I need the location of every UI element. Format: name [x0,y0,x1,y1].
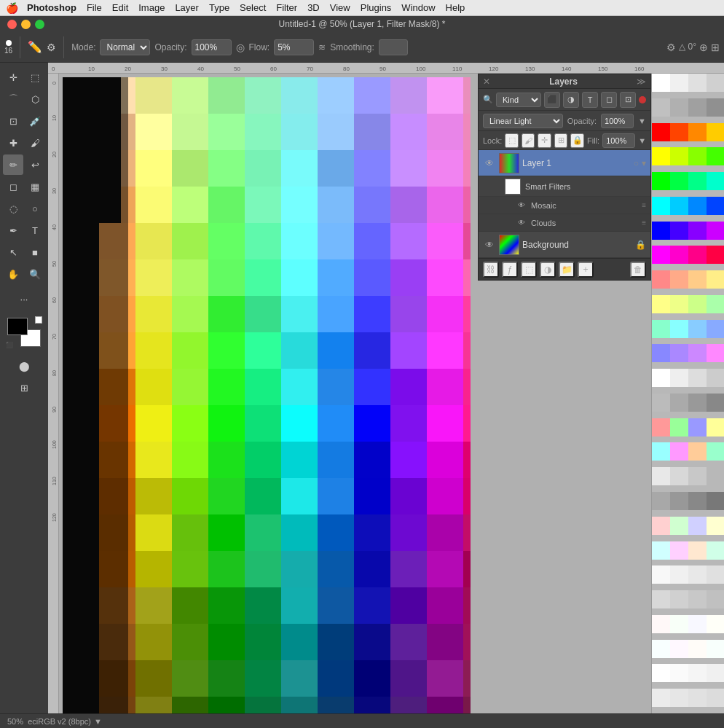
swatch-cell[interactable] [670,98,688,117]
pen-tool[interactable]: ✒ [3,220,23,240]
mode-select[interactable]: Normal [100,39,150,55]
layer-row-background[interactable]: 👁 Background 🔒 [479,232,650,258]
move-tool[interactable]: ✛ [3,67,23,87]
swatch-cell[interactable] [707,394,724,412]
swatch-cell[interactable] [688,541,707,560]
swatch-cell[interactable] [688,590,707,608]
layers-panel-close[interactable]: ✕ [483,77,490,87]
close-button[interactable] [7,20,17,29]
swatch-cell[interactable] [707,517,724,535]
swatch-cell[interactable] [670,664,688,682]
shape-tool[interactable]: ■ [25,242,45,262]
fill-value-input[interactable] [602,133,635,148]
zoom-tool[interactable]: 🔍 [25,264,45,284]
layers-panel-expand[interactable]: ≫ [637,77,646,87]
swatch-cell[interactable] [707,467,724,485]
menu-view[interactable]: View [330,2,350,13]
menu-plugins[interactable]: Plugins [361,2,392,13]
swatch-cell[interactable] [707,344,724,362]
swatch-cell[interactable] [670,295,688,313]
swatch-cell[interactable] [652,74,670,92]
main-canvas[interactable] [63,77,471,713]
create-group-button[interactable]: 📁 [559,262,575,278]
extra-icon[interactable]: ⊞ [711,42,720,53]
blur-tool[interactable]: ◌ [3,198,23,219]
filter-text-icon[interactable]: T [582,92,598,108]
maximize-button[interactable] [35,20,44,29]
swatch-cell[interactable] [652,689,670,707]
swatch-cell[interactable] [652,467,670,485]
create-adjustment-button[interactable]: ◑ [540,262,556,278]
default-colors-icon[interactable]: ⬛ [6,342,13,348]
swatch-cell[interactable] [670,123,688,141]
menu-window[interactable]: Window [401,2,435,13]
swatch-cell[interactable] [707,541,724,560]
marquee-tool[interactable]: ⬚ [25,67,45,87]
clouds-options-icon[interactable]: ≡ [642,219,646,227]
swatch-cell[interactable] [670,492,688,510]
swatch-cell[interactable] [652,418,670,437]
smoothing-input[interactable] [379,39,408,55]
swatch-cell[interactable] [670,147,688,165]
swatch-cell[interactable] [707,270,724,289]
symmetry-icon[interactable]: ⊕ [699,42,708,53]
swatch-cell[interactable] [707,492,724,510]
swatch-cell[interactable] [688,246,707,264]
swatch-cell[interactable] [670,467,688,485]
filter-adjust-icon[interactable]: ◑ [563,92,579,108]
swatch-cell[interactable] [688,172,707,190]
swatch-cell[interactable] [652,565,670,584]
menu-edit[interactable]: Edit [112,2,128,13]
brush-tool[interactable]: 🖌 [25,133,45,153]
menu-file[interactable]: File [87,2,102,13]
layer1-name[interactable]: Layer 1 [522,158,631,168]
settings-icon[interactable]: ⚙ [666,42,676,53]
delete-layer-button[interactable]: 🗑 [630,262,646,278]
swatch-cell[interactable] [707,98,724,117]
swatch-cell[interactable] [688,147,707,165]
opacity-value-input[interactable] [601,114,634,128]
swatch-cell[interactable] [707,74,724,92]
swatch-cell[interactable] [670,517,688,535]
swatch-cell[interactable] [688,418,707,437]
swatch-cell[interactable] [652,590,670,608]
swatch-cell[interactable] [652,394,670,412]
lock-artboard[interactable]: ⊞ [554,133,568,148]
swatch-cell[interactable] [652,517,670,535]
menu-image[interactable]: Image [138,2,165,13]
swatch-cell[interactable] [707,418,724,437]
quick-select-tool[interactable]: ⬡ [25,89,45,109]
filter-kind-select[interactable]: Kind [496,93,541,107]
swatch-cell[interactable] [670,344,688,362]
swatch-cell[interactable] [688,442,707,461]
flow-icon[interactable]: ≋ [318,42,326,52]
swatch-cell[interactable] [688,664,707,682]
fill-chevron[interactable]: ▼ [638,136,646,145]
swatch-cell[interactable] [688,74,707,92]
menu-photoshop[interactable]: Photoshop [27,2,76,13]
swatch-cell[interactable] [688,369,707,387]
swatch-cell[interactable] [670,270,688,289]
swatch-cell[interactable] [688,222,707,240]
history-brush-tool[interactable]: ↩ [25,154,45,175]
apple-menu[interactable]: 🍎 [6,2,18,14]
minimize-button[interactable] [21,20,31,29]
swatch-cell[interactable] [707,246,724,264]
swatch-cell[interactable] [652,197,670,215]
status-chevron[interactable]: ▼ [94,717,102,726]
swatch-cell[interactable] [688,492,707,510]
filter-smart-icon[interactable]: ⊡ [620,92,636,108]
swatch-cell[interactable] [670,74,688,92]
blend-mode-select[interactable]: Linear Light [483,114,563,128]
swatch-cell[interactable] [688,689,707,707]
filter-pixel-icon[interactable]: ⬛ [544,92,560,108]
lock-all[interactable]: 🔒 [570,133,584,148]
swatch-cell[interactable] [652,123,670,141]
swatch-cell[interactable] [652,320,670,338]
swatch-cell[interactable] [707,320,724,338]
menu-filter[interactable]: Filter [276,2,297,13]
create-layer-button[interactable]: + [578,262,594,278]
hand-tool[interactable]: ✋ [3,264,23,284]
swatch-cell[interactable] [707,172,724,190]
swatch-cell[interactable] [670,172,688,190]
